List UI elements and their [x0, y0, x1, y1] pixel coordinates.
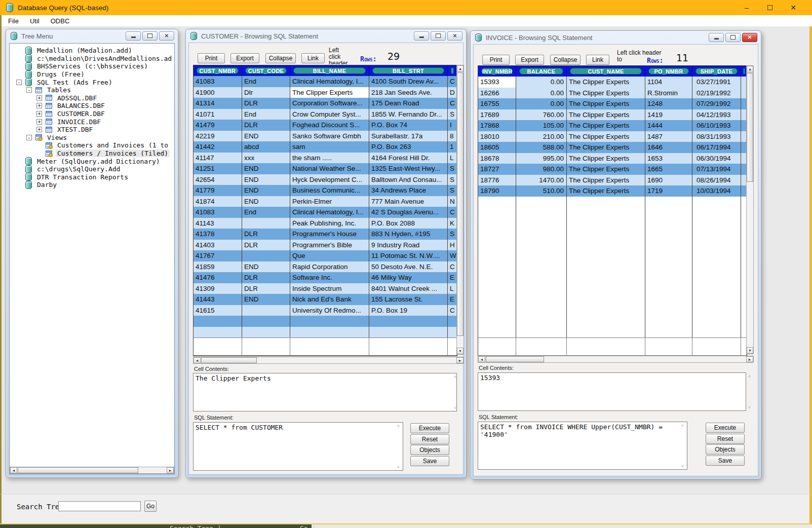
cell[interactable]: Clinical Hematology, I... — [290, 207, 369, 218]
cell[interactable]: 06/17/1994 — [692, 142, 741, 153]
table-row[interactable]: 17868 105.00 The Clipper Experts 1444 06… — [478, 120, 747, 131]
column-header-pill[interactable]: BILL_STRT — [372, 67, 444, 74]
table-row[interactable]: 41143 Peak Publishing, Inc. P.O. Box 208… — [194, 218, 457, 229]
cell[interactable]: 1419 — [645, 109, 692, 121]
column-header[interactable]: CUST_CODE — [242, 65, 290, 76]
tree-item[interactable]: + BALANCES.DBF — [10, 102, 174, 110]
collapse-button[interactable]: Collapse — [265, 53, 296, 63]
column-header-pill[interactable]: PO_NMBR — [648, 68, 689, 74]
cell[interactable]: 1444 — [645, 120, 692, 131]
cell[interactable]: Inside Spectrum — [290, 283, 369, 294]
tree-item[interactable]: Darby — [10, 181, 174, 189]
cell[interactable] — [448, 338, 457, 356]
table-row[interactable]: 18010 210.00 The Clipper Experts 1487 08… — [478, 131, 747, 142]
scrollbar-thumb[interactable] — [486, 356, 544, 362]
cell[interactable]: 46 Milky Way — [369, 272, 448, 283]
action-button[interactable]: Execute — [706, 423, 745, 433]
cell[interactable]: 41442 — [194, 141, 242, 153]
cell[interactable]: 41900 — [194, 87, 242, 98]
cell[interactable]: 41309 — [194, 283, 242, 294]
cell[interactable]: 06/10/1993 — [692, 120, 741, 131]
cell[interactable] — [242, 218, 290, 229]
scroll-right-icon[interactable]: ► — [456, 357, 463, 363]
cell[interactable]: 41779 — [194, 185, 242, 196]
column-header[interactable]: BILL_NAME — [290, 65, 369, 76]
cell[interactable]: The Clipper Experts — [567, 153, 645, 164]
cell[interactable]: 41859 — [194, 261, 242, 273]
cell[interactable]: 41143 — [194, 218, 242, 229]
cell[interactable]: 41443 — [194, 294, 242, 305]
tree-item[interactable]: + INVOICE.DBF — [10, 118, 174, 126]
table-row[interactable]: 16755 0.00 The Clipper Experts 1248 07/2… — [478, 98, 747, 109]
table-row[interactable]: 41314 DLR Corporation Software... 175 De… — [194, 98, 457, 109]
expander-icon[interactable]: + — [36, 119, 42, 125]
cell[interactable]: 1487 — [645, 131, 692, 142]
table-row[interactable]: 42219 END Sanko Software Gmbh Surabellas… — [194, 131, 457, 142]
link-button[interactable]: Link — [586, 55, 609, 65]
cell[interactable]: DLR — [242, 98, 290, 109]
tree-item[interactable]: - Views — [10, 134, 174, 142]
scroll-left-icon[interactable]: ◄ — [10, 467, 17, 473]
column-header-pill[interactable]: BALANCE — [519, 68, 563, 74]
table-row[interactable]: 18776 1470.00 The Clipper Experts 1690 0… — [478, 175, 747, 186]
cell[interactable]: 8401 Walnut Creek ... — [369, 283, 448, 294]
cell[interactable] — [290, 338, 369, 356]
tree-item[interactable]: Medallion (Medalion.add) — [10, 47, 174, 55]
cell[interactable]: END — [242, 131, 290, 142]
cell[interactable] — [478, 338, 516, 356]
close-button[interactable]: ✕ — [742, 33, 757, 42]
tree-item[interactable]: - Tables — [10, 86, 174, 94]
expander-icon[interactable]: + — [36, 103, 42, 108]
cell[interactable]: Surabellastr. 17a — [369, 131, 448, 142]
minimize-button[interactable] — [709, 33, 724, 42]
chevron-down-icon[interactable]: ˅ — [397, 465, 400, 470]
action-button[interactable]: Objects — [410, 445, 449, 455]
expander-icon[interactable]: + — [36, 127, 42, 132]
new-record-row[interactable] — [194, 337, 457, 356]
cell[interactable] — [290, 327, 369, 338]
cell[interactable]: END — [242, 163, 290, 174]
cell[interactable]: END — [242, 294, 290, 305]
cell[interactable]: 155 Lacrosse St. — [369, 294, 448, 305]
cell[interactable]: Rapid Corporation — [290, 261, 369, 273]
table-row[interactable]: 17689 760.00 The Clipper Experts 1419 04… — [478, 109, 747, 121]
cell[interactable]: The Clipper Experts — [567, 142, 645, 153]
cell[interactable]: P.O. Box 263 — [369, 141, 448, 153]
cell[interactable]: 07/29/1992 — [692, 98, 741, 109]
cell[interactable]: END — [242, 196, 290, 207]
column-header[interactable]: BALANCE — [516, 66, 567, 77]
cell[interactable]: Nick and Ed's Bank — [290, 294, 369, 305]
cell[interactable]: 760.00 — [516, 109, 567, 121]
cell[interactable]: abcd — [242, 141, 290, 153]
tree-item[interactable]: + ADSSQL.DBF — [10, 94, 174, 102]
table-row[interactable]: 41083 End Clinical Hematology, I... 4100… — [194, 76, 457, 87]
table-row[interactable]: 16266 0.00 The Clipper Experts R.Stromin… — [478, 88, 747, 99]
cell[interactable]: 06/30/1994 — [692, 153, 741, 164]
cell[interactable]: 210.00 — [516, 131, 567, 142]
chevron-down-icon[interactable]: ˅ — [748, 405, 751, 410]
cell[interactable]: 18010 — [478, 131, 516, 142]
menu-item[interactable]: File — [8, 17, 19, 25]
scrollbar-thumb[interactable] — [457, 72, 463, 336]
cell[interactable]: Dlr — [242, 87, 290, 98]
table-row[interactable]: 41859 END Rapid Corporation 50 Desoto Av… — [194, 261, 457, 273]
cell[interactable]: Foghead Discount S... — [290, 120, 369, 131]
cell[interactable]: Peak Publishing, Inc. — [290, 218, 369, 229]
cell[interactable]: Business Communic... — [290, 185, 369, 196]
cell[interactable]: 41476 — [194, 272, 242, 283]
cell[interactable]: 41403 — [194, 240, 242, 251]
invoice-vertical-scrollbar[interactable]: ▲ ▼ — [746, 65, 754, 354]
table-row[interactable]: 18678 995.00 The Clipper Experts 1653 06… — [478, 153, 747, 164]
cell[interactable] — [290, 316, 369, 327]
cell[interactable]: The Clipper Experts — [567, 120, 645, 131]
minimize-button[interactable] — [414, 31, 429, 41]
chevron-up-icon[interactable]: ˄ — [397, 424, 400, 429]
cell[interactable] — [448, 316, 457, 327]
cell[interactable]: P.O. Box 74 — [369, 120, 448, 131]
table-row[interactable]: 41071 End Crow Computer Syst... 1855 W. … — [194, 109, 457, 120]
expander-icon[interactable]: - — [26, 87, 32, 93]
cell[interactable]: 03/27/1991 — [692, 77, 741, 88]
restore-button[interactable] — [725, 33, 741, 42]
cell[interactable]: 02/19/1992 — [692, 88, 741, 99]
cell[interactable]: 42219 — [194, 131, 242, 142]
